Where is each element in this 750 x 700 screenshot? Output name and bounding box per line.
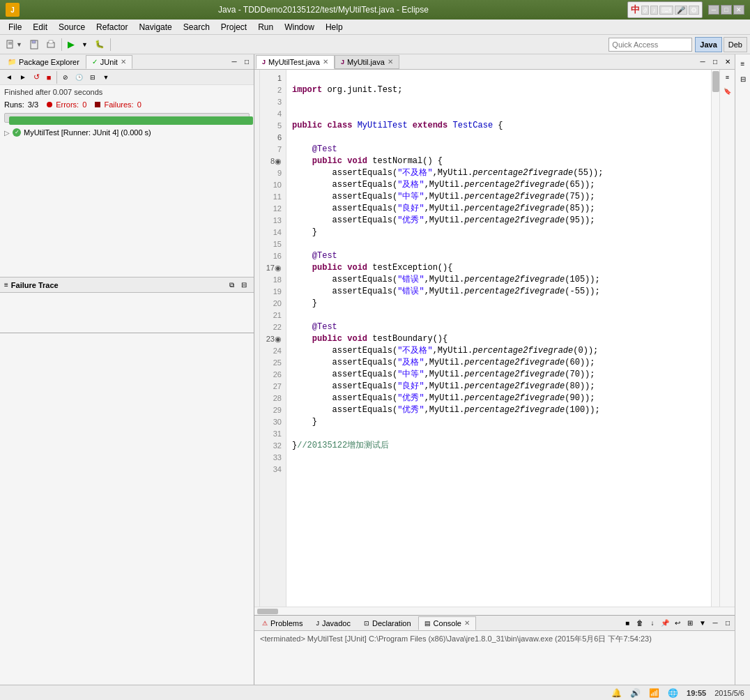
- left-panel: 📁 Package Explorer ✓ JUnit ✕ ─ □ ◄ ► ↺ ■: [0, 54, 254, 685]
- status-right: 🔔 🔊 📶 🌐 19:55 2015/5/6: [611, 688, 744, 698]
- perspective-debug-btn[interactable]: Deb: [724, 37, 747, 52]
- console-close-icon[interactable]: ✕: [464, 619, 470, 627]
- junit-prev-btn[interactable]: ◄: [3, 70, 15, 85]
- progress-bar: [9, 116, 253, 125]
- junit-finished-text: Finished after 0.007 seconds: [0, 85, 254, 99]
- java-file-icon-2: J: [341, 59, 344, 66]
- rs-collapse-btn[interactable]: ≡: [737, 57, 749, 70]
- tab-myutil[interactable]: J MyUtil.java ✕: [335, 55, 399, 69]
- line-num-22: 22: [260, 321, 286, 333]
- tab-myutiltest[interactable]: J MyUtilTest.java ✕: [256, 55, 335, 69]
- junit-panel-controls: ─ □: [229, 56, 252, 68]
- svg-rect-6: [49, 40, 53, 43]
- junit-ok-icon: ✓: [13, 128, 21, 137]
- status-date: 2015/5/6: [714, 689, 744, 697]
- line-num-16: 16: [260, 250, 286, 262]
- editor-scrollbar-h[interactable]: [254, 607, 735, 615]
- line-num-14: 14: [260, 227, 286, 238]
- menu-window[interactable]: Window: [279, 21, 320, 33]
- junit-next-btn[interactable]: ►: [17, 70, 29, 85]
- tab-problems[interactable]: ⚠ Problems: [256, 616, 309, 630]
- menu-navigate[interactable]: Navigate: [133, 21, 177, 33]
- status-battery-icon: 🌐: [668, 688, 678, 698]
- outline-btn[interactable]: ≡: [721, 71, 734, 84]
- line-num-4: 4: [260, 108, 286, 120]
- junit-close-icon[interactable]: ✕: [121, 58, 126, 66]
- junit-layout-btn[interactable]: ⊟: [87, 70, 98, 85]
- problems-icon: ⚠: [262, 620, 268, 627]
- quick-access-input[interactable]: [609, 38, 692, 52]
- tb-run-btn[interactable]: ▶: [65, 37, 77, 52]
- minimize-btn[interactable]: ─: [708, 5, 719, 15]
- line-num-13: 13: [260, 215, 286, 227]
- line-num-30: 30: [260, 416, 286, 428]
- editor-minimize-btn[interactable]: ─: [697, 56, 708, 68]
- tb-save-btn[interactable]: [26, 37, 42, 52]
- status-bar: 🔔 🔊 📶 🌐 19:55 2015/5/6: [0, 685, 750, 700]
- status-network-icon: 📶: [649, 688, 659, 698]
- editor-close-btn[interactable]: ✕: [722, 56, 733, 68]
- menu-search[interactable]: Search: [178, 21, 215, 33]
- svg-rect-4: [32, 40, 36, 43]
- tb-run-dropdown[interactable]: ▼: [79, 37, 91, 52]
- menu-source[interactable]: Source: [53, 21, 91, 33]
- console-wrap-btn[interactable]: ↩: [672, 618, 683, 629]
- tab-package-explorer[interactable]: 📁 Package Explorer: [1, 55, 86, 69]
- editor-scrollbar-v[interactable]: [711, 70, 719, 607]
- menu-file[interactable]: File: [3, 21, 27, 33]
- tb-debug-btn[interactable]: 🐛: [92, 37, 107, 52]
- editor-maximize-btn[interactable]: □: [710, 56, 721, 68]
- junit-rerun-btn[interactable]: ↺: [31, 70, 43, 85]
- junit-minimize-btn[interactable]: ─: [229, 56, 240, 68]
- tab-myutil-label: MyUtil.java: [347, 58, 385, 66]
- tab-javadoc[interactable]: J Javadoc: [309, 616, 356, 630]
- menu-project[interactable]: Project: [215, 21, 252, 33]
- console-maximize-btn[interactable]: □: [722, 618, 733, 629]
- window-controls[interactable]: ─ □ ✕: [708, 5, 744, 15]
- menu-refactor[interactable]: Refactor: [91, 21, 133, 33]
- tab-declaration[interactable]: ⊡ Declaration: [358, 616, 418, 630]
- tab-myutiltest-close[interactable]: ✕: [323, 58, 328, 66]
- line-num-6: 6: [260, 132, 286, 144]
- junit-dd-btn[interactable]: ▼: [100, 70, 112, 85]
- close-btn[interactable]: ✕: [733, 5, 744, 15]
- tb-print-btn[interactable]: [43, 37, 59, 52]
- junit-maximize-btn[interactable]: □: [241, 56, 252, 68]
- rs-outline-btn[interactable]: ⊟: [737, 73, 749, 85]
- menu-edit[interactable]: Edit: [27, 21, 53, 33]
- tab-console[interactable]: ▤ Console ✕: [418, 616, 476, 630]
- junit-icon: ✓: [92, 58, 98, 66]
- console-pin-btn[interactable]: 📌: [659, 618, 671, 629]
- maximize-btn[interactable]: □: [721, 5, 732, 15]
- junit-stop-btn[interactable]: ■: [44, 70, 54, 85]
- line-num-23: 23◉: [260, 333, 286, 345]
- trace-copy-btn[interactable]: ⧉: [226, 280, 237, 291]
- tb-separator-2: [110, 38, 111, 51]
- line-num-15: 15: [260, 238, 286, 250]
- tb-new-btn[interactable]: ▼: [3, 37, 25, 52]
- console-dd-btn[interactable]: ▼: [697, 618, 708, 629]
- tab-myutil-close[interactable]: ✕: [388, 58, 393, 66]
- toolbar: ▼ ▶ ▼ 🐛 Java Deb: [0, 35, 750, 54]
- junit-panel: 📁 Package Explorer ✓ JUnit ✕ ─ □ ◄ ► ↺ ■: [0, 54, 254, 333]
- junit-history-btn[interactable]: 🕒: [72, 70, 86, 85]
- menu-help[interactable]: Help: [320, 21, 349, 33]
- junit-filter-btn[interactable]: ⊘: [60, 70, 71, 85]
- code-editor-content[interactable]: import org.junit.Test; public class MyUt…: [286, 70, 711, 607]
- line-num-2: 2: [260, 84, 286, 96]
- junit-tree-item[interactable]: ▷ ✓ MyUtilTest [Runner: JUnit 4] (0.000 …: [1, 127, 252, 138]
- console-scroll-btn[interactable]: ↓: [647, 618, 658, 629]
- menu-run[interactable]: Run: [252, 21, 279, 33]
- runs-label: Runs: 3/3: [4, 100, 38, 109]
- perspective-java-btn[interactable]: Java: [695, 37, 721, 52]
- tb-separator-1: [61, 38, 62, 51]
- package-explorer-icon: 📁: [8, 58, 16, 66]
- trace-filter-btn[interactable]: ⊟: [238, 280, 250, 291]
- bookmark-btn[interactable]: 🔖: [721, 85, 734, 98]
- console-new-btn[interactable]: ⊞: [684, 618, 696, 629]
- console-stop-btn[interactable]: ■: [622, 618, 633, 629]
- console-minimize-btn[interactable]: ─: [710, 618, 721, 629]
- console-clear-btn[interactable]: 🗑: [634, 618, 645, 629]
- tab-junit[interactable]: ✓ JUnit ✕: [86, 55, 132, 69]
- line-num-34: 34: [260, 464, 286, 475]
